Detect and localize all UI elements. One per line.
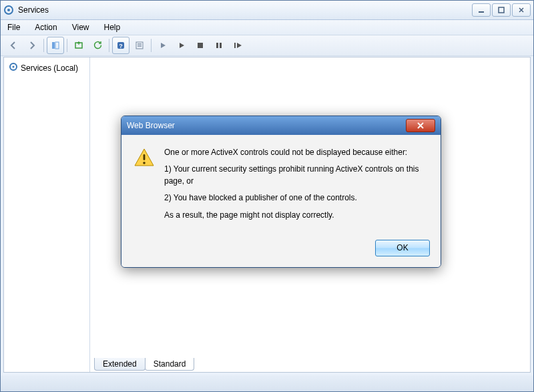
menu-action[interactable]: Action	[32, 21, 59, 33]
toolbar: ?	[1, 35, 533, 56]
start-service-alt-icon[interactable]	[173, 37, 190, 54]
toolbar-separator	[109, 39, 109, 52]
dialog-close-button[interactable]	[406, 119, 435, 132]
dialog-button-row: OK	[121, 233, 441, 267]
tab-extended-label: Extended	[103, 359, 137, 369]
svg-rect-3	[499, 7, 504, 13]
tree-node-services-local[interactable]: Services (Local)	[7, 60, 87, 75]
svg-rect-13	[198, 43, 203, 48]
titlebar: Services	[1, 1, 533, 20]
dialog-title: Web Browser	[127, 121, 406, 130]
svg-rect-15	[220, 43, 222, 48]
svg-text:?: ?	[119, 43, 123, 49]
svg-rect-19	[144, 154, 146, 160]
dialog-titlebar: Web Browser	[121, 116, 441, 135]
close-button[interactable]	[512, 3, 531, 17]
services-app-icon	[3, 5, 14, 15]
svg-rect-4	[52, 42, 55, 49]
maximize-button[interactable]	[492, 3, 511, 17]
toolbar-separator	[67, 39, 67, 52]
menu-help[interactable]: Help	[101, 21, 123, 33]
toolbar-separator	[43, 39, 44, 52]
svg-rect-10	[138, 43, 142, 44]
tab-extended[interactable]: Extended	[94, 358, 146, 371]
help-icon[interactable]: ?	[112, 37, 129, 54]
svg-rect-14	[216, 43, 218, 48]
menubar: File Action View Help	[1, 20, 533, 35]
svg-point-1	[7, 9, 10, 11]
show-hide-tree-icon[interactable]	[47, 37, 64, 54]
forward-icon[interactable]	[23, 37, 41, 54]
gear-icon	[9, 62, 18, 73]
dialog-line1: One or more ActiveX controls could not b…	[164, 147, 429, 158]
start-service-icon[interactable]	[154, 37, 172, 54]
ok-button[interactable]: OK	[375, 240, 430, 256]
export-list-icon[interactable]	[70, 37, 87, 54]
dialog-line4: As a result, the page might not display …	[164, 210, 429, 221]
svg-rect-5	[55, 42, 59, 49]
dialog-line3: 2) You have blocked a publisher of one o…	[164, 192, 429, 204]
window-buttons	[472, 3, 531, 17]
refresh-icon[interactable]	[89, 37, 106, 54]
svg-rect-12	[138, 46, 142, 47]
bottom-tabs: Extended Standard	[94, 358, 194, 371]
menu-file[interactable]: File	[5, 21, 23, 33]
services-window: Services File Action View Help ?	[0, 0, 534, 392]
minimize-button[interactable]	[472, 3, 491, 17]
svg-point-18	[13, 66, 15, 68]
web-browser-dialog: Web Browser One or more ActiveX controls…	[121, 116, 441, 268]
svg-rect-2	[479, 11, 484, 13]
properties-icon[interactable]	[131, 37, 148, 54]
close-icon	[417, 122, 425, 129]
tab-standard[interactable]: Standard	[145, 358, 195, 371]
menu-view[interactable]: View	[69, 21, 92, 33]
restart-service-icon[interactable]	[229, 37, 246, 54]
ok-button-label: OK	[396, 243, 408, 252]
tab-standard-label: Standard	[154, 359, 186, 369]
dialog-body: One or more ActiveX controls could not b…	[121, 135, 441, 233]
svg-rect-11	[138, 45, 142, 45]
dialog-line2: 1) Your current security settings prohib…	[164, 164, 429, 187]
tree-pane: Services (Local)	[4, 57, 90, 372]
dialog-text: One or more ActiveX controls could not b…	[164, 147, 429, 226]
statusbar	[1, 375, 533, 391]
window-title: Services	[18, 5, 472, 15]
pause-service-icon[interactable]	[210, 37, 228, 54]
back-icon[interactable]	[5, 37, 22, 54]
svg-point-20	[143, 162, 146, 164]
svg-rect-16	[234, 43, 236, 48]
tree-node-label: Services (Local)	[21, 63, 78, 73]
toolbar-separator	[151, 39, 152, 52]
stop-service-icon[interactable]	[192, 37, 209, 54]
warning-icon	[134, 147, 155, 168]
